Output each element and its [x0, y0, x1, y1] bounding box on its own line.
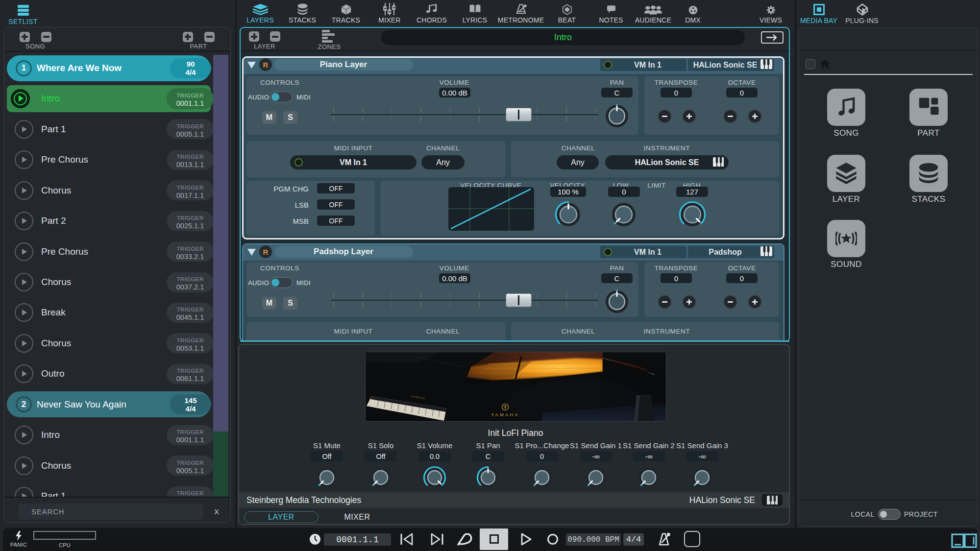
svg-text:YAMAHA: YAMAHA [491, 412, 519, 417]
